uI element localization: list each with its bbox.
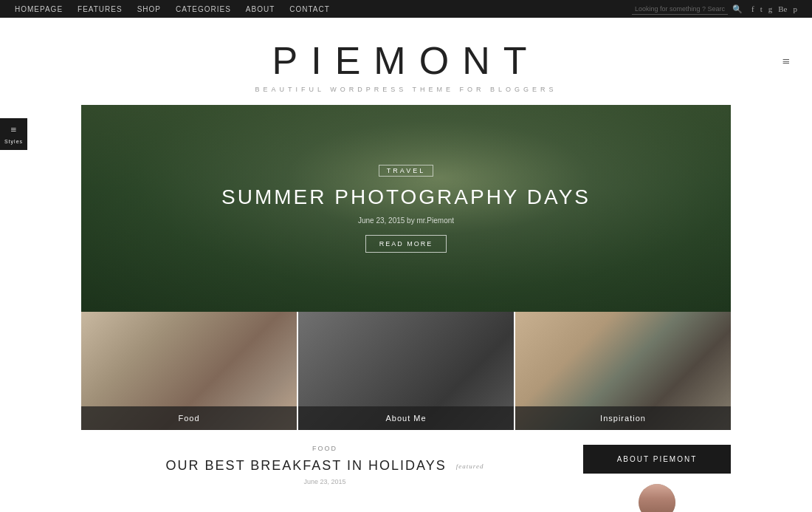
search-input[interactable] (632, 4, 728, 15)
thumb-food-label: Food (81, 406, 297, 430)
blog-category-tag[interactable]: FOOD (81, 445, 568, 452)
hamburger-menu[interactable]: ≡ (782, 54, 790, 69)
styles-icon: ≡ (11, 124, 17, 136)
blog-date: June 23, 2015 (81, 478, 568, 485)
thumb-inspiration[interactable]: Inspiration (515, 312, 731, 430)
hero-title: SUMMER PHOTOGRAPHY DAYS (221, 185, 591, 209)
about-piemont-button[interactable]: ABOUT PIEMONT (583, 445, 731, 474)
top-nav-right: 🔍 f t g Be p (632, 4, 797, 15)
hero-read-more-button[interactable]: READ MORE (365, 235, 447, 253)
blog-preview: FOOD OUR BEST BREAKFAST IN HOLIDAYS feat… (81, 445, 568, 512)
thumb-aboutme-label: About me (298, 406, 514, 430)
thumb-inspiration-label: Inspiration (515, 406, 731, 430)
nav-categories[interactable]: CATEGORIES (176, 5, 231, 13)
nav-shop[interactable]: SHOP (137, 5, 161, 13)
pinterest-icon[interactable]: p (794, 4, 798, 13)
facebook-icon[interactable]: f (751, 4, 754, 13)
site-title: PIEMONT (15, 38, 797, 83)
styles-widget[interactable]: ≡ Styles (0, 118, 27, 150)
nav-contact[interactable]: CONTACT (289, 5, 330, 13)
twitter-icon[interactable]: t (760, 4, 763, 13)
top-navigation: HOMEPAGE FEATURES SHOP CATEGORIES ABOUT … (0, 0, 812, 18)
hero-category-badge: TRAVEL (379, 165, 433, 177)
blog-title-text: OUR BEST BREAKFAST IN HOLIDAYS (166, 458, 447, 473)
bottom-section: FOOD OUR BEST BREAKFAST IN HOLIDAYS feat… (81, 430, 731, 512)
featured-badge: featured (456, 462, 484, 470)
nav-features[interactable]: FEATURES (78, 5, 123, 13)
styles-label: Styles (4, 139, 23, 144)
avatar-image (639, 484, 675, 512)
hero-overlay: TRAVEL SUMMER PHOTOGRAPHY DAYS June 23, … (81, 105, 731, 312)
search-area: 🔍 (632, 4, 743, 15)
hero-section: TRAVEL SUMMER PHOTOGRAPHY DAYS June 23, … (81, 105, 731, 312)
nav-links: HOMEPAGE FEATURES SHOP CATEGORIES ABOUT … (15, 5, 330, 13)
thumbnail-grid: Food About me Inspiration (81, 312, 731, 430)
nav-homepage[interactable]: HOMEPAGE (15, 5, 63, 13)
avatar (639, 484, 675, 512)
sidebar-widget: ABOUT PIEMONT (583, 445, 731, 512)
nav-about[interactable]: ABOUT (246, 5, 275, 13)
blog-title: OUR BEST BREAKFAST IN HOLIDAYS featured (81, 458, 568, 474)
site-header: PIEMONT BEAUTIFUL WORDPRESS THEME FOR BL… (0, 18, 812, 105)
search-icon[interactable]: 🔍 (732, 4, 743, 14)
hero-meta: June 23, 2015 by mr.Piemont (358, 216, 454, 225)
thumb-food[interactable]: Food (81, 312, 297, 430)
thumb-aboutme[interactable]: About me (298, 312, 514, 430)
social-icons: f t g Be p (751, 4, 797, 13)
behance-icon[interactable]: Be (778, 4, 787, 13)
site-tagline: BEAUTIFUL WORDPRESS THEME FOR BLOGGERS (15, 86, 797, 93)
googleplus-icon[interactable]: g (768, 4, 773, 13)
